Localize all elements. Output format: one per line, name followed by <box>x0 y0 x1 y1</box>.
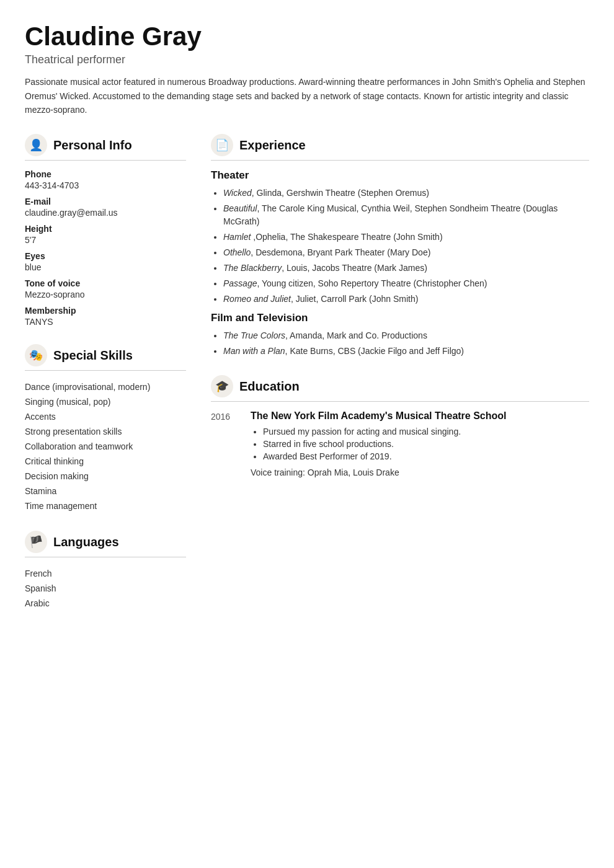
experience-section: 📄 Experience Theater Wicked, Glinda, Ger… <box>211 134 589 358</box>
list-item: Singing (musical, pop) <box>25 394 186 409</box>
education-header: 🎓 Education <box>211 375 589 397</box>
film-tv-list: The True Colors, Amanda, Mark and Co. Pr… <box>211 329 589 358</box>
eyes-value: blue <box>25 262 186 272</box>
person-icon: 👤 <box>25 134 47 156</box>
list-item: Awarded Best Performer of 2019. <box>263 451 589 461</box>
list-item: Othello, Desdemona, Bryant Park Theater … <box>223 246 589 259</box>
education-section: 🎓 Education 2016 The New York Film Acade… <box>211 375 589 477</box>
list-item: Dance (improvisational, modern) <box>25 379 186 394</box>
education-icon: 🎓 <box>211 375 233 397</box>
skills-list: Dance (improvisational, modern) Singing … <box>25 379 186 513</box>
experience-header: 📄 Experience <box>211 134 589 156</box>
membership-label: Membership <box>25 306 186 316</box>
list-item: Pursued my passion for acting and musica… <box>263 427 589 436</box>
main-layout: 👤 Personal Info Phone 443-314-4703 E-mai… <box>25 134 589 611</box>
experience-divider <box>211 160 589 161</box>
personal-info-section: 👤 Personal Info Phone 443-314-4703 E-mai… <box>25 134 186 327</box>
candidate-summary: Passionate musical actor featured in num… <box>25 75 589 117</box>
list-item: Decision making <box>25 469 186 484</box>
membership-value: TANYS <box>25 317 186 327</box>
edu-bullets: Pursued my passion for acting and musica… <box>251 427 589 461</box>
languages-icon: 🏴 <box>25 531 47 553</box>
film-tv-title: Film and Television <box>211 312 589 324</box>
list-item: Spanish <box>25 581 186 596</box>
phone-value: 443-314-4703 <box>25 180 186 190</box>
phone-label: Phone <box>25 169 186 179</box>
email-label: E-mail <box>25 197 186 206</box>
tone-label: Tone of voice <box>25 278 186 288</box>
height-value: 5'7 <box>25 235 186 245</box>
tone-value: Mezzo-soprano <box>25 290 186 299</box>
list-item: Starred in five school productions. <box>263 439 589 449</box>
field-phone: Phone 443-314-4703 <box>25 169 186 190</box>
list-item: Time management <box>25 498 186 513</box>
voice-training: Voice training: Oprah Mia, Louis Drake <box>251 467 589 477</box>
personal-info-header: 👤 Personal Info <box>25 134 186 156</box>
list-item: Accents <box>25 409 186 424</box>
list-item: Strong presentation skills <box>25 424 186 439</box>
list-item: Romeo and Juliet, Juliet, Carroll Park (… <box>223 293 589 306</box>
skills-icon: 🎭 <box>25 344 47 366</box>
skills-divider <box>25 370 186 371</box>
left-column: 👤 Personal Info Phone 443-314-4703 E-mai… <box>25 134 186 611</box>
experience-icon: 📄 <box>211 134 233 156</box>
languages-header: 🏴 Languages <box>25 531 186 553</box>
field-eyes: Eyes blue <box>25 251 186 272</box>
personal-info-divider <box>25 160 186 161</box>
field-email: E-mail claudine.gray@email.us <box>25 197 186 218</box>
field-membership: Membership TANYS <box>25 306 186 327</box>
languages-list: French Spanish Arabic <box>25 566 186 611</box>
list-item: The True Colors, Amanda, Mark and Co. Pr… <box>223 329 589 342</box>
education-divider <box>211 401 589 402</box>
skills-header: 🎭 Special Skills <box>25 344 186 366</box>
skills-title: Special Skills <box>53 348 133 363</box>
candidate-name: Claudine Gray <box>25 22 589 51</box>
field-tone: Tone of voice Mezzo-soprano <box>25 278 186 299</box>
list-item: The Blackberry, Louis, Jacobs Theatre (M… <box>223 262 589 275</box>
list-item: Beautiful, The Carole King Musical, Cynt… <box>223 202 589 228</box>
list-item: French <box>25 566 186 581</box>
theater-list: Wicked, Glinda, Gershwin Theatre (Stephe… <box>211 187 589 306</box>
special-skills-section: 🎭 Special Skills Dance (improvisational,… <box>25 344 186 513</box>
candidate-title: Theatrical performer <box>25 53 589 66</box>
field-height: Height 5'7 <box>25 224 186 245</box>
experience-title: Experience <box>239 138 306 153</box>
education-entry: 2016 The New York Film Academy's Musical… <box>211 410 589 477</box>
edu-year: 2016 <box>211 412 236 477</box>
education-title: Education <box>239 379 300 394</box>
eyes-label: Eyes <box>25 251 186 261</box>
languages-divider <box>25 557 186 557</box>
resume-header: Claudine Gray Theatrical performer Passi… <box>25 22 589 117</box>
list-item: Collaboration and teamwork <box>25 439 186 454</box>
list-item: Critical thinking <box>25 454 186 469</box>
list-item: Hamlet ,Ophelia, The Shakespeare Theatre… <box>223 231 589 244</box>
list-item: Arabic <box>25 596 186 611</box>
list-item: Stamina <box>25 484 186 498</box>
edu-content: The New York Film Academy's Musical Thea… <box>251 410 589 477</box>
languages-section: 🏴 Languages French Spanish Arabic <box>25 531 186 611</box>
personal-info-title: Personal Info <box>53 138 132 153</box>
edu-school: The New York Film Academy's Musical Thea… <box>251 410 589 422</box>
right-column: 📄 Experience Theater Wicked, Glinda, Ger… <box>211 134 589 477</box>
list-item: Passage, Young citizen, Soho Repertory T… <box>223 277 589 290</box>
list-item: Wicked, Glinda, Gershwin Theatre (Stephe… <box>223 187 589 200</box>
email-value: claudine.gray@email.us <box>25 208 186 218</box>
list-item: Man with a Plan, Kate Burns, CBS (Jackie… <box>223 345 589 358</box>
height-label: Height <box>25 224 186 234</box>
languages-title: Languages <box>53 535 119 549</box>
theater-title: Theater <box>211 169 589 182</box>
